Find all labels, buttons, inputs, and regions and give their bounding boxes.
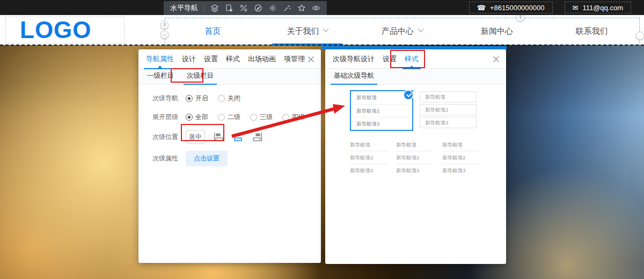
subtab-secondary-columns[interactable]: 次级栏目	[186, 71, 215, 84]
close-icon[interactable]	[308, 55, 314, 62]
tab-settings[interactable]: 设置	[204, 49, 218, 69]
tab-design[interactable]: 设计	[182, 49, 196, 69]
site-header: LOGO 首页 关于我们 产品中心 新闻中心	[0, 15, 644, 45]
logo-container[interactable]: LOGO	[5, 17, 125, 43]
subtab-primary-columns[interactable]: 一级栏目	[146, 71, 175, 84]
radio-on[interactable]: 开启	[186, 94, 208, 103]
site-logo: LOGO	[6, 17, 124, 43]
resize-handle-right[interactable]	[636, 32, 644, 40]
tab-secondary-nav-design[interactable]: 次级导航设计	[333, 49, 375, 69]
nav-properties-panel: 导航属性 设计 设置 样式 出场动画 项管理 一级栏目 次级栏目 次级导航 开启	[138, 49, 321, 263]
nav-label: 首页	[204, 26, 221, 36]
field-label: 次级位置	[152, 133, 186, 142]
radio-dot	[282, 114, 289, 121]
preview-nav-item: 新导航项	[396, 138, 434, 151]
resize-handle-left-1[interactable]: ⇕	[160, 21, 169, 29]
radio-level-4[interactable]: 四级	[282, 113, 305, 122]
nav-label: 产品中心	[382, 26, 414, 36]
click-to-setup-button[interactable]: 点击设置	[186, 151, 228, 166]
style-previews: 新导航项 新导航项2 新导航项3 新导航项 新导航项2 新导航项3 新导航项 新…	[325, 85, 506, 264]
tab-entrance-animation[interactable]: 出场动画	[248, 49, 276, 69]
preview-nav-item: 新导航项	[420, 91, 477, 102]
preview-eye-icon[interactable]	[312, 4, 320, 12]
row-expand-level: 展开层级 全部 二级 三级	[152, 111, 321, 123]
magic-wand-icon[interactable]	[283, 4, 291, 12]
radio-off[interactable]: 关闭	[218, 94, 240, 103]
radio-dot	[186, 114, 193, 121]
favorite-star-icon[interactable]	[297, 4, 306, 12]
module-toolbar: 水平导航	[164, 1, 327, 15]
copy-page-icon[interactable]	[225, 4, 233, 12]
selected-check-icon	[403, 90, 414, 100]
nav-label: 关于我们	[287, 26, 319, 36]
align-left-icon[interactable]	[214, 133, 225, 142]
row-secondary-position: 次级位置 居中	[152, 130, 321, 144]
cut-tools-icon[interactable]	[239, 4, 248, 12]
contact-area: ☎ +8615000000000 ✉ 111@qq.com	[469, 2, 631, 13]
style-option-dropdown-selected[interactable]: 新导航项 新导航项2 新导航项3	[350, 90, 413, 131]
preview-nav-item: 新导航项2	[442, 151, 480, 164]
mega-menu-column: 新导航项 新导航项2 新导航项3	[396, 138, 434, 177]
phone-number: +8615000000000	[490, 4, 545, 12]
radio-level-3[interactable]: 三级	[250, 113, 273, 122]
align-options	[214, 133, 262, 142]
nav-label: 新闻中心	[481, 26, 513, 36]
nav-item-news[interactable]: 新闻中心	[450, 18, 545, 45]
radio-level-2[interactable]: 二级	[218, 113, 240, 122]
tab-settings[interactable]: 设置	[383, 49, 397, 69]
preview-nav-item: 新导航项	[442, 138, 480, 151]
radio-dot	[218, 114, 225, 121]
nav-item-about[interactable]: 关于我们	[260, 18, 355, 45]
right-panel-subtabs: 基础次级导航	[325, 69, 506, 85]
preview-nav-item: 新导航项3	[350, 164, 387, 177]
subtab-basic-secondary-nav[interactable]: 基础次级导航	[333, 71, 375, 84]
preview-nav-item: 新导航项3	[396, 164, 434, 177]
radio-label: 三级	[260, 113, 273, 122]
preview-nav-item: 新导航项3	[442, 164, 480, 177]
module-title: 水平导航	[170, 3, 198, 13]
row-secondary-attribute: 次级属性 点击设置	[152, 151, 321, 166]
radio-label: 四级	[292, 113, 305, 122]
preview-nav-item: 新导航项2	[350, 151, 387, 164]
tab-nav-properties[interactable]: 导航属性	[146, 49, 174, 69]
radio-dot	[250, 114, 257, 121]
align-center-icon[interactable]	[232, 133, 244, 142]
mega-menu-column: 新导航项 新导航项2 新导航项3	[442, 138, 480, 177]
nav-selection-box: 首页 关于我们 产品中心 新闻中心 联系我们 ⇕ ⇕	[165, 18, 640, 45]
nav-item-contact[interactable]: 联系我们	[544, 18, 639, 45]
chevron-down-icon	[323, 26, 329, 32]
phone-block[interactable]: ☎ +8615000000000	[469, 2, 553, 13]
tab-style[interactable]: 样式	[405, 49, 419, 69]
resize-handle-left-2[interactable]: ⇔	[160, 31, 169, 39]
radio-label: 全部	[195, 113, 208, 122]
left-panel-tabs: 导航属性 设计 设置 样式 出场动画 项管理	[138, 49, 321, 69]
email-block[interactable]: ✉ 111@qq.com	[565, 2, 632, 13]
layers-icon[interactable]	[210, 4, 219, 12]
radio-all-levels[interactable]: 全部	[186, 113, 208, 122]
preview-nav-item: 新导航项2	[420, 104, 477, 115]
position-select[interactable]: 居中	[186, 130, 205, 144]
expand-level-radios: 全部 二级 三级 四级	[186, 113, 305, 122]
settings-gear-icon[interactable]	[268, 4, 277, 12]
preview-nav-item: 新导航项3	[420, 117, 477, 128]
secondary-nav-design-panel: 次级导航设计 设置 样式 基础次级导航 新导航项 新导航项2 新导航项3 新导航…	[325, 49, 506, 264]
section-divider	[0, 45, 644, 46]
field-label: 次级导航	[152, 94, 186, 103]
radio-label: 开启	[195, 94, 208, 103]
radio-dot	[218, 95, 225, 102]
nav-item-home[interactable]: 首页	[165, 18, 260, 45]
style-option-mega-menu[interactable]: 新导航项 新导航项2 新导航项3 新导航项 新导航项2 新导航项3 新导航项 新…	[350, 138, 480, 177]
close-icon[interactable]	[493, 55, 500, 62]
hero-banner-image	[0, 45, 644, 279]
preview-nav-item: 新导航项2	[351, 104, 412, 117]
preview-nav-item: 新导航项	[350, 138, 387, 151]
tab-style[interactable]: 样式	[226, 49, 240, 69]
theme-edit-icon[interactable]	[254, 4, 262, 12]
row-secondary-nav: 次级导航 开启 关闭	[152, 92, 321, 104]
tab-item-management[interactable]: 项管理	[284, 49, 305, 69]
phone-icon: ☎	[477, 4, 486, 12]
field-label: 次级属性	[152, 154, 186, 163]
style-option-cells[interactable]: 新导航项 新导航项2 新导航项3	[420, 91, 477, 130]
nav-item-products[interactable]: 产品中心	[355, 18, 450, 45]
align-right-icon[interactable]	[251, 133, 262, 142]
